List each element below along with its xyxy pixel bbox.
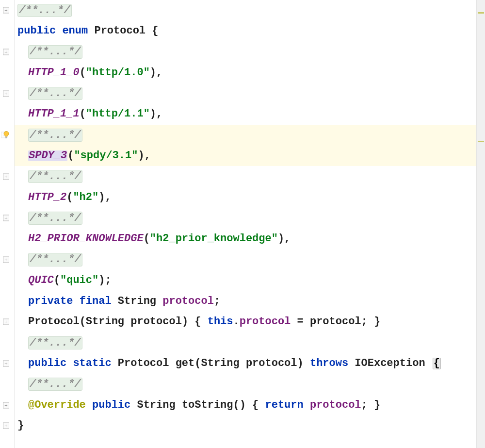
enum-constant[interactable]: HTTP_1_1("http/1.1"), xyxy=(15,104,476,125)
scrollbar-mark xyxy=(478,141,484,142)
code-line[interactable]: /**...*/ xyxy=(15,0,476,21)
fold-icon[interactable]: + xyxy=(3,7,9,14)
class-close-brace[interactable]: } xyxy=(15,415,476,436)
enum-constant[interactable]: HTTP_1_0("http/1.0"), xyxy=(15,62,476,83)
enum-constant[interactable]: H2_PRIOR_KNOWLEDGE("h2_prior_knowledge")… xyxy=(15,229,476,249)
code-line[interactable]: /**...*/ xyxy=(15,249,476,270)
code-line[interactable]: /**...*/ xyxy=(15,125,476,146)
folded-doc-comment[interactable]: /**...*/ xyxy=(28,129,82,142)
folded-doc-comment[interactable]: /**...*/ xyxy=(28,336,82,349)
code-line[interactable]: /**...*/ xyxy=(15,374,476,395)
method-tostring[interactable]: @Override public String toString() { ret… xyxy=(15,395,476,415)
gutter: + + + + + + + + + + + xyxy=(0,0,15,448)
enum-constant[interactable]: QUIC("quic"); xyxy=(15,270,476,291)
folded-doc-comment[interactable]: /**...*/ xyxy=(17,4,72,17)
fold-icon[interactable]: + xyxy=(3,402,9,408)
code-line[interactable]: /**...*/ xyxy=(15,166,476,187)
fold-icon[interactable]: + xyxy=(3,173,9,180)
code-line[interactable]: /**...*/ xyxy=(15,208,476,229)
fold-icon[interactable]: + xyxy=(3,360,9,366)
matched-brace: { xyxy=(433,358,441,369)
folded-doc-comment[interactable]: /**...*/ xyxy=(28,378,82,391)
fold-icon[interactable]: + xyxy=(3,49,9,55)
vertical-scrollbar[interactable] xyxy=(476,0,485,448)
fold-icon[interactable]: + xyxy=(3,90,9,97)
folded-doc-comment[interactable]: /**...*/ xyxy=(28,170,82,183)
field-declaration[interactable]: private final String protocol; xyxy=(15,291,476,312)
enum-constant[interactable]: HTTP_2("h2"), xyxy=(15,187,476,208)
code-line[interactable]: /**...*/ xyxy=(15,83,476,104)
folded-doc-comment[interactable]: /**...*/ xyxy=(28,45,82,58)
folded-doc-comment[interactable]: /**...*/ xyxy=(28,87,82,100)
code-line[interactable]: /**...*/ xyxy=(15,332,476,353)
code-editor[interactable]: + + + + + + + + + + + xyxy=(0,0,485,448)
code-area[interactable]: /**...*/ public enum Protocol { /**...*/… xyxy=(15,0,476,448)
folded-doc-comment[interactable]: /**...*/ xyxy=(28,253,82,266)
selected-identifier: SPDY_3 xyxy=(28,150,67,161)
fold-icon[interactable]: + xyxy=(3,256,9,263)
folded-doc-comment[interactable]: /**...*/ xyxy=(28,212,82,225)
method-get[interactable]: public static Protocol get(String protoc… xyxy=(15,353,476,374)
code-line[interactable]: /**...*/ xyxy=(15,42,476,63)
constructor[interactable]: Protocol(String protocol) { this.protoco… xyxy=(15,312,476,332)
enum-declaration[interactable]: public enum Protocol { xyxy=(15,21,476,42)
enum-constant-highlighted[interactable]: SPDY_3("spdy/3.1"), xyxy=(15,146,476,166)
fold-icon[interactable]: + xyxy=(1,132,7,138)
scrollbar-mark xyxy=(478,12,484,14)
fold-icon[interactable]: + xyxy=(3,215,9,221)
fold-icon[interactable]: + xyxy=(3,319,9,325)
fold-icon[interactable]: + xyxy=(3,423,9,429)
